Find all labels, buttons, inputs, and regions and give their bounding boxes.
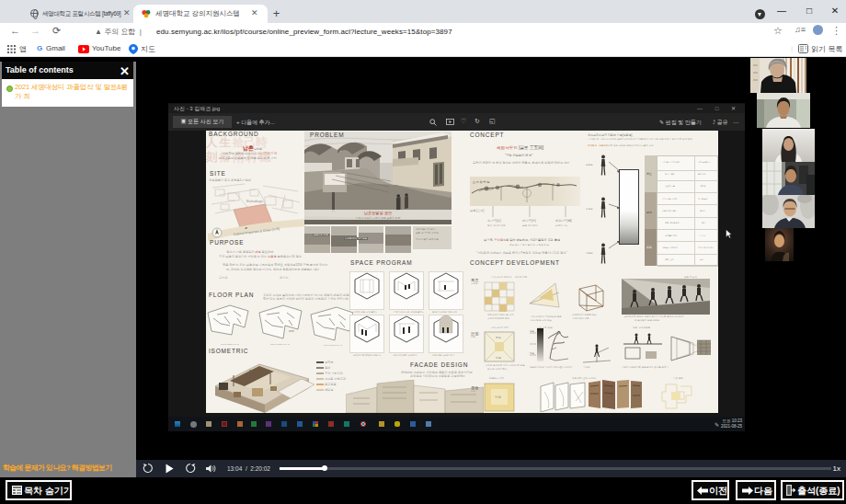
svg-text:하늘: 하늘	[496, 336, 501, 339]
svg-text:상층: 상층	[530, 329, 535, 333]
svg-text:山 水 松 竹 梅: 山 水 松 竹 梅	[473, 180, 489, 184]
svg-text:마당: 마당	[495, 395, 501, 399]
svg-text:마당: 마당	[496, 356, 501, 360]
svg-text:Bukadaga: Bukadaga	[246, 199, 264, 203]
svg-text:하층: 하층	[530, 352, 535, 355]
